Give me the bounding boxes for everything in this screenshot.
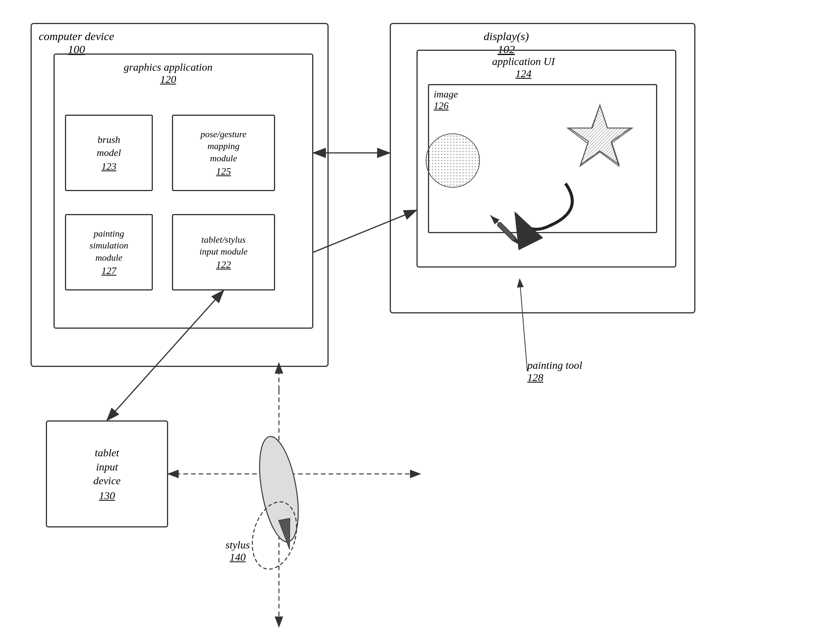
computer-device-title: computer device — [0, 30, 153, 43]
graphics-app-ref: 120 — [92, 73, 245, 86]
tablet-stylus-ref: 122 — [216, 259, 231, 271]
svg-point-21 — [253, 433, 305, 545]
brush-model-box: brushmodel 123 — [65, 115, 153, 191]
svg-marker-22 — [279, 518, 295, 550]
stylus-title: stylus — [225, 539, 250, 551]
stylus-label: stylus 140 — [225, 539, 250, 563]
painting-tool-ref: 128 — [527, 371, 582, 384]
tablet-stylus-box: tablet/stylusinput module 122 — [172, 214, 275, 290]
graphics-app-label: graphics application 120 — [92, 61, 245, 86]
tablet-stylus-label: tablet/stylusinput module — [199, 234, 248, 258]
pose-gesture-ref: 125 — [216, 166, 231, 177]
stylus-ref: 140 — [225, 551, 250, 563]
painting-sim-label: paintingsimulationmodule — [89, 228, 128, 264]
painting-sim-ref: 127 — [102, 265, 117, 277]
painting-tool-title: painting tool — [527, 359, 582, 371]
brush-model-label: brushmodel — [97, 133, 121, 159]
image-ref: 126 — [434, 100, 458, 112]
display-title: display(s) — [439, 30, 573, 43]
painting-sim-box: paintingsimulationmodule 127 — [65, 214, 153, 290]
app-ui-title: application UI — [459, 55, 588, 68]
pose-gesture-box: pose/gesturemappingmodule 125 — [172, 115, 275, 191]
app-ui-ref: 124 — [459, 68, 588, 80]
pose-gesture-label: pose/gesturemappingmodule — [201, 128, 246, 164]
painting-tool-label: painting tool 128 — [527, 359, 582, 384]
tablet-device-label: tabletinputdevice — [93, 446, 121, 488]
tablet-device-ref: 130 — [99, 490, 115, 502]
tablet-device-box: tabletinputdevice 130 — [46, 420, 168, 527]
diagram-container: computer device 100 graphics application… — [0, 0, 815, 644]
app-ui-label: application UI 124 — [459, 55, 588, 80]
computer-device-label: computer device 100 — [0, 30, 153, 56]
graphics-app-title: graphics application — [92, 61, 245, 73]
image-title: image — [434, 89, 458, 100]
image-box — [428, 84, 657, 233]
image-label: image 126 — [434, 89, 458, 112]
brush-model-ref: 123 — [102, 161, 117, 172]
svg-point-23 — [245, 497, 304, 574]
